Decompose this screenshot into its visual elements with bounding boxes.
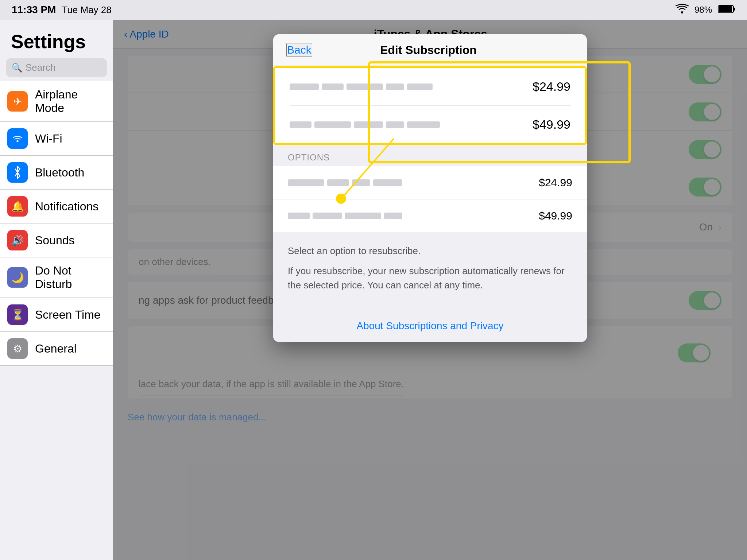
sounds-icon: 🔊	[7, 230, 28, 250]
content-area: ‹ Apple ID iTunes & App Stores	[113, 20, 747, 560]
blurred-text-3	[347, 83, 383, 90]
sidebar-item-label: Wi-Fi	[35, 132, 62, 145]
option-blur-6	[313, 213, 342, 219]
bluetooth-icon	[7, 162, 28, 183]
screentime-icon: ⏳	[7, 304, 28, 325]
search-bar[interactable]: 🔍 Search	[6, 58, 107, 77]
modal-overlay: Back Edit Subscription	[113, 20, 747, 560]
option-blur-4	[373, 179, 402, 186]
battery-pct: 98%	[694, 5, 712, 15]
option-row-2[interactable]: $49.99	[273, 199, 587, 232]
blurred-text-4	[386, 83, 404, 90]
option-blur-2	[327, 179, 349, 186]
search-icon: 🔍	[12, 63, 23, 73]
subscription-highlight: $24.99	[273, 66, 587, 145]
search-placeholder: Search	[26, 62, 55, 73]
options-section: OPTIONS $24.99	[273, 145, 587, 232]
sidebar-item-donotdisturb[interactable]: 🌙 Do Not Disturb	[0, 257, 113, 298]
auto-renew-text: If you resubscribe, your new subscriptio…	[288, 264, 572, 292]
sidebar: Settings 🔍 Search ✈ Airplane Mode	[0, 20, 113, 560]
subscription-price-2: $49.99	[533, 117, 570, 132]
general-icon: ⚙	[7, 338, 28, 359]
sidebar-title: Settings	[0, 20, 113, 58]
status-date: Tue May 28	[62, 4, 111, 16]
sidebar-items: ✈ Airplane Mode Wi-Fi	[0, 81, 113, 560]
option-2-price: $49.99	[539, 210, 572, 222]
sidebar-item-screentime[interactable]: ⏳ Screen Time	[0, 298, 113, 332]
svg-point-4	[16, 140, 18, 142]
options-header: OPTIONS	[273, 145, 587, 166]
battery-icon	[718, 4, 735, 16]
sub-row-1-left	[290, 83, 433, 90]
option-blur-8	[384, 213, 402, 219]
sidebar-item-label: Screen Time	[35, 308, 101, 322]
option-blur-7	[345, 213, 381, 219]
modal-header: Back Edit Subscription	[273, 34, 587, 66]
select-text: Select an option to resubscribe.	[288, 244, 572, 258]
blurred-text-10	[407, 121, 440, 128]
sidebar-item-wifi[interactable]: Wi-Fi	[0, 122, 113, 156]
blurred-text-2	[322, 83, 344, 90]
sidebar-item-airplane[interactable]: ✈ Airplane Mode	[0, 81, 113, 122]
status-icons: 98%	[676, 4, 735, 16]
about-subscriptions-link[interactable]: About Subscriptions and Privacy	[273, 310, 587, 342]
subscription-row-1[interactable]: $24.99	[275, 68, 585, 105]
option-blur-3	[352, 179, 370, 186]
blurred-text-6	[290, 121, 311, 128]
status-time: 11:33 PM	[12, 4, 56, 16]
sidebar-item-bluetooth[interactable]: Bluetooth	[0, 156, 113, 190]
status-bar: 11:33 PM Tue May 28 98%	[0, 0, 747, 20]
donotdisturb-icon: 🌙	[7, 267, 28, 288]
sidebar-item-sounds[interactable]: 🔊 Sounds	[0, 223, 113, 257]
sidebar-item-label: Bluetooth	[35, 166, 84, 179]
option-blur-5	[288, 213, 310, 219]
subscription-price-1: $24.99	[533, 79, 570, 94]
option-blur-1	[288, 179, 324, 186]
sidebar-item-notifications[interactable]: 🔔 Notifications	[0, 190, 113, 223]
svg-rect-2	[719, 6, 732, 12]
svg-point-0	[681, 11, 683, 13]
option-1-price: $24.99	[539, 176, 572, 189]
sidebar-item-general[interactable]: ⚙ General	[0, 332, 113, 366]
modal-back-button[interactable]: Back	[286, 43, 312, 57]
sidebar-item-label: Airplane Mode	[35, 88, 105, 115]
sidebar-item-label: Notifications	[35, 200, 98, 213]
main-layout: Settings 🔍 Search ✈ Airplane Mode	[0, 20, 747, 560]
blurred-text-9	[386, 121, 404, 128]
notifications-icon: 🔔	[7, 196, 28, 217]
sidebar-item-label: General	[35, 342, 77, 355]
airplane-icon: ✈	[7, 91, 28, 112]
option-2-label	[288, 213, 402, 219]
svg-rect-3	[734, 8, 735, 11]
blurred-text-8	[354, 121, 383, 128]
blurred-text-1	[290, 83, 319, 90]
subscription-row-2[interactable]: $49.99	[275, 106, 585, 143]
sidebar-item-label: Sounds	[35, 234, 75, 247]
option-1-label	[288, 179, 402, 186]
wifi-icon	[676, 4, 689, 16]
sidebar-item-label: Do Not Disturb	[35, 264, 105, 291]
blurred-text-5	[407, 83, 433, 90]
option-row-1[interactable]: $24.99	[273, 166, 587, 199]
modal-title: Edit Subscription	[312, 43, 545, 57]
blurred-text-7	[314, 121, 351, 128]
sub-row-2-left	[290, 121, 440, 128]
edit-subscription-modal: Back Edit Subscription	[273, 34, 587, 342]
wifi-sidebar-icon	[7, 128, 28, 149]
modal-description: Select an option to resubscribe. If you …	[273, 232, 587, 310]
